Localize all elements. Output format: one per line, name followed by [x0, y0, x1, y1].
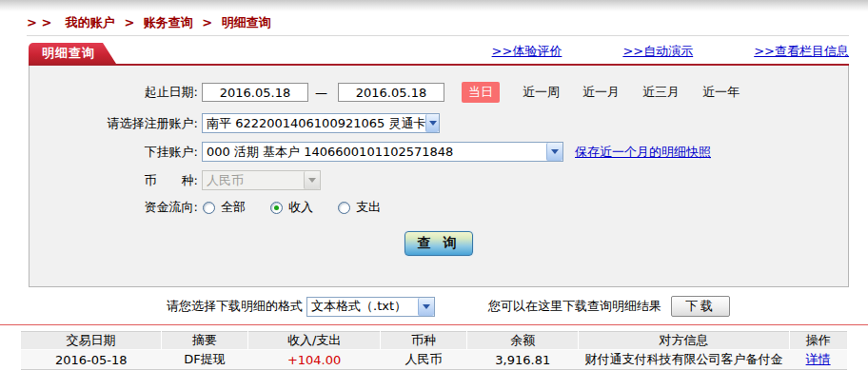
sub-account-select[interactable]: 000 活期 基本户 1406600101102571848	[202, 142, 563, 162]
cell-summary: DF提现	[162, 350, 248, 370]
flow-option-income-label: 收入	[288, 199, 313, 216]
range-last-week[interactable]: 近一周	[523, 84, 560, 101]
currency-select: 人民币	[202, 170, 321, 190]
cell-date: 2016-05-18	[21, 350, 162, 370]
chevron-down-icon	[425, 114, 439, 132]
query-button[interactable]: 查 询	[404, 231, 473, 256]
sub-account-value: 000 活期 基本户 1406600101102571848	[203, 144, 546, 161]
download-hint: 您可以在这里下载查询明细结果	[488, 298, 661, 315]
col-header-summary: 摘要	[162, 332, 248, 350]
range-last-month[interactable]: 近一月	[582, 84, 620, 101]
download-format-label: 请您选择下载明细的格式	[167, 298, 303, 315]
currency-row: 币 种: 人民币	[30, 170, 848, 190]
red-divider	[0, 324, 868, 325]
header-links: >>体验评价 >>自动演示 >>查看栏目信息	[492, 43, 849, 64]
currency-value: 人民币	[203, 172, 304, 189]
top-gradient-band	[0, 0, 868, 11]
end-date-input[interactable]	[338, 83, 444, 102]
link-auto-demo[interactable]: >>自动演示	[622, 43, 693, 60]
col-header-date: 交易日期	[21, 332, 162, 350]
download-format-select[interactable]: 文本格式（.txt）	[306, 297, 435, 317]
radio-unchecked-icon	[338, 202, 350, 214]
flow-option-all[interactable]: 全部	[203, 199, 246, 216]
sub-account-row: 下挂账户: 000 活期 基本户 1406600101102571848 保存近…	[30, 142, 848, 162]
query-button-row: 查 询	[30, 231, 848, 256]
query-form-panel: 起止日期: — 当日 近一周 近一月 近三月 近一年 请选择注册账户: 南平 6…	[29, 66, 849, 287]
today-button[interactable]: 当日	[462, 82, 500, 103]
fund-flow-label: 资金流向:	[30, 199, 198, 216]
breadcrumb: > > 我的账户 > 账务查询 > 明细查询	[27, 14, 849, 36]
registered-account-label: 请选择注册账户:	[30, 115, 198, 132]
range-last-year[interactable]: 近一年	[702, 84, 740, 101]
range-last-3-months[interactable]: 近三月	[642, 84, 680, 101]
cell-action: 详情	[789, 350, 847, 370]
col-header-currency: 币种	[381, 332, 467, 350]
flow-option-expense-label: 支出	[356, 199, 381, 216]
download-format-value: 文本格式（.txt）	[307, 298, 418, 315]
chevron-down-icon	[546, 143, 562, 161]
cell-counterparty: 财付通支付科技有限公司客户备付金	[579, 350, 789, 370]
date-dash: —	[315, 86, 327, 100]
col-header-action: 操作	[789, 332, 847, 350]
chevron-down-icon	[304, 171, 320, 189]
cell-currency: 人民币	[381, 350, 467, 370]
col-header-counterparty: 对方信息	[579, 332, 789, 350]
radio-checked-icon	[270, 202, 283, 214]
col-header-amount: 收入/支出	[248, 332, 381, 350]
breadcrumb-item-detail-query[interactable]: 明细查询	[222, 15, 271, 29]
col-header-balance: 余额	[467, 332, 579, 350]
breadcrumb-separator: >	[202, 15, 212, 29]
chevron-down-icon	[418, 298, 434, 316]
currency-label: 币 种:	[30, 172, 198, 189]
link-experience-rating[interactable]: >>体验评价	[492, 43, 562, 60]
sub-account-label: 下挂账户:	[30, 144, 198, 161]
fund-flow-row: 资金流向: 全部 收入 支出	[30, 199, 848, 216]
start-date-input[interactable]	[202, 83, 308, 102]
download-row: 请您选择下载明细的格式 文本格式（.txt） 您可以在这里下载查询明细结果 下载	[29, 296, 849, 317]
link-view-column-info[interactable]: >>查看栏目信息	[754, 43, 849, 60]
flow-option-all-label: 全部	[221, 199, 246, 216]
cell-amount: +104.00	[248, 350, 381, 370]
section-header: 明细查询 >>体验评价 >>自动演示 >>查看栏目信息	[29, 43, 849, 66]
breadcrumb-item-account-query[interactable]: 账务查询	[144, 15, 193, 29]
table-header-row: 交易日期 摘要 收入/支出 币种 余额 对方信息 操作	[21, 332, 847, 350]
registered-account-select[interactable]: 南平 6222001406100921065 灵通卡	[202, 113, 440, 133]
registered-account-value: 南平 6222001406100921065 灵通卡	[203, 115, 425, 132]
flow-option-income[interactable]: 收入	[270, 199, 313, 216]
registered-account-row: 请选择注册账户: 南平 6222001406100921065 灵通卡	[30, 113, 848, 133]
flow-option-expense[interactable]: 支出	[338, 199, 381, 216]
table-row: 2016-05-18 DF提现 +104.00 人民币 3,916.81 财付通…	[21, 350, 847, 370]
page: > > 我的账户 > 账务查询 > 明细查询 明细查询 >>体验评价 >>自动演…	[0, 0, 868, 390]
tab-detail-query[interactable]: 明细查询	[29, 43, 116, 64]
date-range-label: 起止日期:	[30, 84, 198, 101]
cell-balance: 3,916.81	[467, 350, 579, 370]
download-button[interactable]: 下载	[671, 296, 730, 317]
breadcrumb-item-my-account[interactable]: 我的账户	[66, 15, 115, 29]
results-table: 交易日期 摘要 收入/支出 币种 余额 对方信息 操作 2016-05-18 D…	[21, 331, 847, 370]
tab-label: 明细查询	[42, 46, 95, 60]
date-range-row: 起止日期: — 当日 近一周 近一月 近三月 近一年	[30, 82, 848, 103]
breadcrumb-prefix: > >	[27, 15, 51, 29]
detail-link[interactable]: 详情	[806, 352, 831, 366]
breadcrumb-separator: >	[124, 15, 134, 29]
save-monthly-snapshot-link[interactable]: 保存近一个月的明细快照	[575, 144, 711, 161]
radio-unchecked-icon	[203, 202, 215, 214]
